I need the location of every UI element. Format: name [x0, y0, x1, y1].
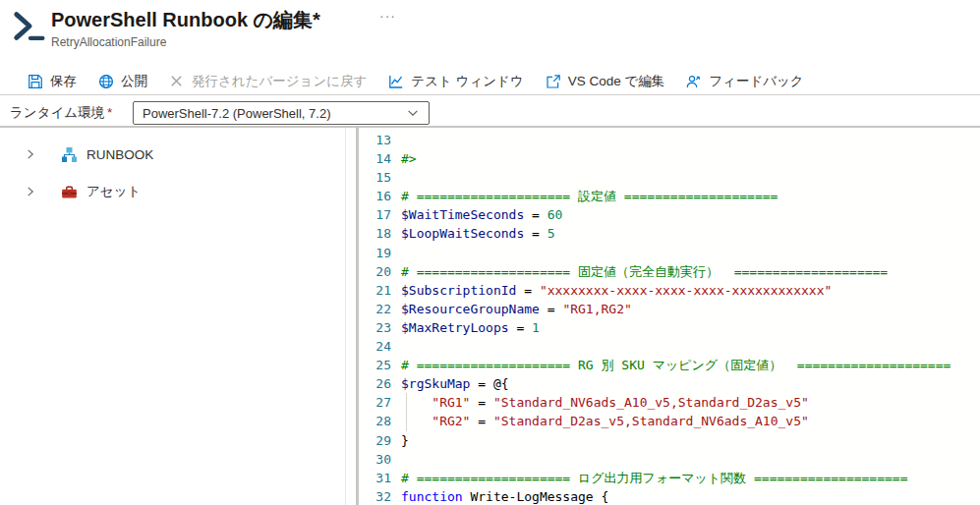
code-line-24: 24 — [360, 337, 980, 356]
save-icon — [28, 74, 43, 89]
code-line-content: $rgSkuMap = @{ — [401, 374, 509, 393]
toolbar-button-publish[interactable]: 公開 — [98, 73, 147, 90]
toolbar-button-label: 公開 — [121, 73, 147, 90]
code-line-content: $LoopWaitSeconds = 5 — [401, 224, 555, 243]
toolbar-button-label: テスト ウィンドウ — [411, 73, 523, 90]
panel-splitter[interactable] — [356, 128, 359, 505]
runtime-environment-value: PowerShell-7.2 (PowerShell, 7.2) — [143, 106, 330, 121]
code-line-content: } — [401, 431, 409, 450]
line-number: 28 — [360, 412, 391, 430]
code-line-content: # ==================== RG 別 SKU マッピング（固定… — [401, 356, 951, 374]
line-number: 18 — [360, 224, 391, 243]
code-line-content: $WaitTimeSeconds = 60 — [401, 205, 562, 224]
code-line-16: 16# ==================== 設定値 ===========… — [360, 187, 980, 205]
line-number: 27 — [360, 393, 391, 412]
globe-icon — [98, 74, 114, 89]
code-line-content: #> — [401, 149, 417, 168]
toolbar-separator — [0, 94, 980, 95]
code-line-20: 20# ==================== 固定値（完全自動実行） ===… — [360, 262, 980, 281]
code-line-content: $MaxRetryLoops = 1 — [401, 318, 540, 337]
code-line-content: function Write-LogMessage { — [401, 487, 608, 505]
toolbar-button-save[interactable]: 保存 — [28, 73, 77, 90]
code-line-content: # ==================== 設定値 =============… — [401, 187, 778, 205]
sidebar-item-label: RUNBOOK — [86, 147, 153, 162]
code-line-content: $SubscriptionId = "xxxxxxxx-xxxx-xxxx-xx… — [401, 281, 832, 300]
code-line-25: 25# ==================== RG 別 SKU マッピング（… — [360, 356, 980, 374]
runtime-environment-label: ランタイム環境* — [10, 104, 112, 122]
code-line-19: 19 — [360, 244, 980, 262]
runtime-environment-dropdown[interactable]: PowerShell-7.2 (PowerShell, 7.2) — [133, 101, 430, 125]
feedback-icon — [686, 74, 702, 89]
close-icon — [169, 74, 185, 89]
line-number: 29 — [360, 431, 391, 450]
main-area: RUNBOOKアセット 1314#>1516# ================… — [0, 128, 980, 505]
toolbar-button-feedback[interactable]: フィードバック — [686, 73, 803, 90]
code-line-content: # ==================== 固定値（完全自動実行） =====… — [401, 262, 888, 281]
toolbar: 保存公開発行されたバージョンに戻すテスト ウィンドウVS Code で編集フィー… — [28, 69, 804, 94]
line-number: 20 — [360, 262, 391, 281]
code-line-content: "RG2" = "Standard_D2as_v5,Standard_NV6ad… — [401, 412, 809, 430]
toolbar-button-test-pane[interactable]: テスト ウィンドウ — [388, 73, 523, 90]
chevron-right-icon[interactable] — [25, 148, 36, 160]
line-number: 13 — [360, 131, 391, 149]
line-number: 32 — [360, 487, 391, 505]
toolbar-button-label: フィードバック — [709, 73, 803, 90]
toolbar-button-label: 保存 — [50, 73, 77, 90]
code-line-15: 15 — [360, 168, 980, 187]
sidebar-item-label: アセット — [86, 183, 141, 200]
chevron-down-icon — [406, 106, 420, 120]
code-line-23: 23$MaxRetryLoops = 1 — [360, 318, 980, 337]
code-line-18: 18$LoopWaitSeconds = 5 — [360, 224, 980, 243]
toolbar-button-label: VS Code で編集 — [568, 73, 665, 90]
line-number: 17 — [360, 205, 391, 224]
code-line-32: 32function Write-LogMessage { — [360, 487, 980, 505]
runbook-name: RetryAllocationFailure — [51, 35, 166, 49]
chart-icon — [388, 74, 404, 89]
indent-guide — [406, 393, 407, 412]
more-options-button[interactable]: ··· — [379, 8, 396, 24]
sidebar: RUNBOOKアセット — [0, 128, 346, 505]
page-title: PowerShell Runbook の編集* — [51, 7, 320, 33]
toolbar-button-vscode-edit[interactable]: VS Code で編集 — [546, 73, 665, 90]
sidebar-item-assets[interactable]: アセット — [0, 173, 345, 210]
code-line-17: 17$WaitTimeSeconds = 60 — [360, 205, 980, 224]
required-asterisk: * — [107, 105, 112, 120]
code-line-29: 29} — [360, 431, 980, 450]
code-line-22: 22$ResourceGroupName = "RG1,RG2" — [360, 300, 980, 318]
code-line-27: 27 "RG1" = "Standard_NV6ads_A10_v5,Stand… — [360, 393, 980, 412]
code-line-14: 14#> — [360, 149, 980, 168]
line-number: 21 — [360, 281, 391, 300]
line-number: 25 — [360, 356, 391, 374]
toolbar-button-revert: 発行されたバージョンに戻す — [169, 73, 367, 90]
powershell-logo-icon — [12, 9, 49, 44]
chevron-right-icon[interactable] — [25, 186, 36, 197]
assets-icon — [61, 184, 78, 200]
line-number: 16 — [360, 187, 391, 205]
line-number: 24 — [360, 337, 391, 356]
line-number: 31 — [360, 469, 391, 487]
code-line-21: 21$SubscriptionId = "xxxxxxxx-xxxx-xxxx-… — [360, 281, 980, 300]
runbook-icon — [61, 146, 78, 163]
line-number: 19 — [360, 244, 391, 262]
toolbar-button-label: 発行されたバージョンに戻す — [192, 73, 367, 90]
code-line-content: $ResourceGroupName = "RG1,RG2" — [401, 300, 632, 318]
code-line-26: 26$rgSkuMap = @{ — [360, 374, 980, 393]
sidebar-item-runbook[interactable]: RUNBOOK — [0, 136, 345, 173]
code-line-13: 13 — [360, 131, 980, 149]
code-line-content: # ==================== ログ出力用フォーマット関数 ===… — [401, 469, 908, 487]
code-line-31: 31# ==================== ログ出力用フォーマット関数 =… — [360, 469, 980, 487]
code-line-content: "RG1" = "Standard_NV6ads_A10_v5,Standard… — [401, 393, 809, 412]
code-line-28: 28 "RG2" = "Standard_D2as_v5,Standard_NV… — [360, 412, 980, 430]
line-number: 15 — [360, 168, 391, 187]
open-external-icon — [546, 74, 561, 89]
line-number: 22 — [360, 300, 391, 318]
line-number: 14 — [360, 149, 391, 168]
code-editor[interactable]: 1314#>1516# ==================== 設定値 ===… — [360, 128, 980, 505]
line-number: 26 — [360, 374, 391, 393]
code-line-30: 30 — [360, 450, 980, 469]
indent-guide — [406, 412, 407, 430]
line-number: 23 — [360, 318, 391, 337]
line-number: 30 — [360, 450, 391, 469]
